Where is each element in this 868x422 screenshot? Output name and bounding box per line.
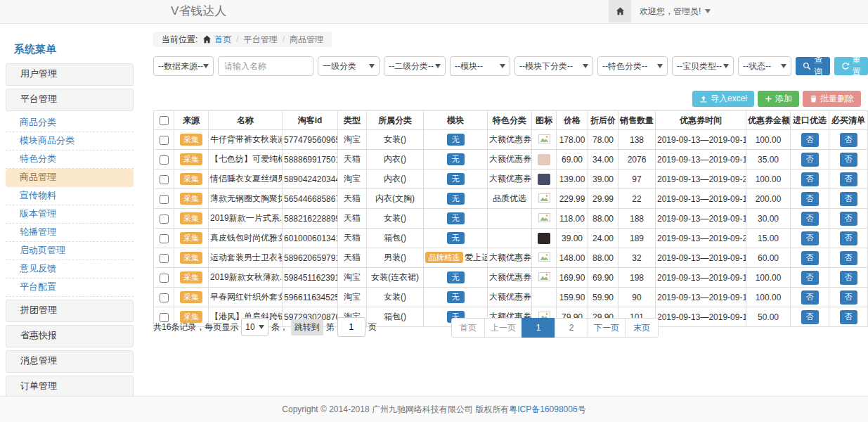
row-checkbox[interactable] xyxy=(160,293,169,302)
must-buy-button[interactable]: 否 xyxy=(840,133,857,147)
sidebar-group[interactable]: 省惠快报 xyxy=(6,325,134,347)
import-pick-button[interactable]: 否 xyxy=(801,310,819,324)
page-number-input[interactable] xyxy=(337,317,365,337)
row-checkbox[interactable] xyxy=(160,155,169,165)
sidebar-group[interactable]: 消息管理 xyxy=(6,350,134,373)
import-pick-button[interactable]: 否 xyxy=(801,231,819,245)
filter-select[interactable]: --数据来源-- xyxy=(153,56,214,76)
sidebar-item[interactable]: 特色分类 xyxy=(6,151,134,169)
product-thumbnail xyxy=(538,174,550,185)
select-all-checkbox[interactable] xyxy=(160,116,169,125)
filter-select[interactable]: --模块下分类-- xyxy=(514,56,593,76)
sidebar-group[interactable]: 拼团管理 xyxy=(6,300,134,322)
row-checkbox[interactable] xyxy=(160,175,169,184)
must-buy-button[interactable]: 否 xyxy=(840,172,857,186)
user-menu[interactable]: 欢迎您，管理员! xyxy=(631,0,719,23)
per-page-select[interactable]: 10 xyxy=(241,318,268,336)
filter-select[interactable]: --特色分类-- xyxy=(597,56,668,76)
import-pick-button[interactable]: 否 xyxy=(801,192,819,206)
column-header: 类型 xyxy=(338,111,367,130)
home-button[interactable] xyxy=(609,0,631,23)
sidebar-item[interactable]: 模块商品分类 xyxy=(6,132,134,151)
sidebar-group[interactable]: 用户管理 xyxy=(6,63,134,86)
must-buy-button[interactable]: 否 xyxy=(840,231,857,245)
import-pick-button[interactable]: 否 xyxy=(801,212,819,226)
must-buy-button[interactable]: 否 xyxy=(840,212,857,226)
sidebar-item[interactable]: 商品管理 xyxy=(6,169,134,187)
coupon-amount: 35.00 xyxy=(746,150,791,170)
sales-count: 138 xyxy=(618,130,656,150)
must-buy-button[interactable]: 否 xyxy=(840,271,857,285)
row-checkbox[interactable] xyxy=(160,274,169,283)
filter-select[interactable]: --状态-- xyxy=(738,56,791,76)
name-search-input[interactable] xyxy=(218,56,313,76)
row-checkbox[interactable] xyxy=(160,215,169,224)
row-checkbox[interactable] xyxy=(160,234,169,243)
sidebar-item[interactable]: 宣传物料 xyxy=(6,187,134,205)
must-buy-button[interactable]: 否 xyxy=(840,192,857,206)
page-button[interactable]: 1 xyxy=(522,318,555,338)
filter-bar: --数据来源--一级分类--二级分类----模块----模块下分类----特色分… xyxy=(153,56,868,76)
icp-link[interactable]: 粤ICP备16098006号 xyxy=(509,404,585,416)
row-checkbox[interactable] xyxy=(160,254,169,263)
import-pick-button[interactable]: 否 xyxy=(801,271,819,285)
sidebar-item[interactable]: 意见反馈 xyxy=(6,260,134,279)
import-excel-button[interactable]: 导入excel xyxy=(692,91,754,107)
batch-delete-button[interactable]: 批量删除 xyxy=(803,91,861,107)
reset-button[interactable]: 重置 xyxy=(834,57,868,75)
breadcrumb-item-platform[interactable]: 平台管理 xyxy=(244,34,278,46)
import-pick-button[interactable]: 否 xyxy=(801,153,819,167)
search-button[interactable]: 查询 xyxy=(796,57,830,75)
must-buy-button[interactable]: 否 xyxy=(840,251,857,265)
sidebar-item[interactable]: 版本管理 xyxy=(6,205,134,224)
page-button[interactable]: 末页 xyxy=(625,318,659,338)
row-checkbox[interactable] xyxy=(160,195,169,204)
caret-down-icon xyxy=(203,64,209,68)
caret-down-icon xyxy=(583,64,588,68)
filter-select-label: --特色分类-- xyxy=(602,60,647,72)
sidebar-item[interactable]: 启动页管理 xyxy=(6,242,134,260)
coupon-time: 2019-09-13—2019-09-15 xyxy=(656,248,746,268)
feature-category xyxy=(488,209,532,229)
page-button[interactable]: 2 xyxy=(555,318,588,338)
page-button[interactable]: 上一页 xyxy=(484,318,522,338)
broken-image-icon xyxy=(538,252,550,262)
must-buy-button[interactable]: 否 xyxy=(840,290,857,305)
import-pick-button[interactable]: 否 xyxy=(801,290,819,305)
price: 139.00 xyxy=(557,170,588,189)
must-buy-button[interactable]: 否 xyxy=(840,153,857,167)
add-button[interactable]: 添加 xyxy=(758,91,799,107)
import-pick-button[interactable]: 否 xyxy=(801,251,819,265)
import-pick-button[interactable]: 否 xyxy=(801,172,819,186)
jump-button[interactable]: 跳转到 xyxy=(291,319,323,335)
checkbox-cell xyxy=(154,150,174,170)
home-icon xyxy=(202,35,212,44)
product-name: 牛仔背带裤女秋装减龄... xyxy=(209,130,283,150)
products-table-wrap: 来源名称淘客id类型所属分类模块特色分类图标价格折后价销售数量优惠券时间优惠券金… xyxy=(153,110,861,327)
breadcrumb-home-link[interactable]: 首页 xyxy=(202,34,231,46)
page-button[interactable]: 下一页 xyxy=(588,318,626,338)
sidebar-group[interactable]: 订单管理 xyxy=(6,376,134,398)
product-name: 早春网红针织外套女春... xyxy=(209,288,283,307)
breadcrumb-item-products[interactable]: 商品管理 xyxy=(290,34,323,46)
must-buy-cell: 否 xyxy=(829,288,868,307)
product-category: 女装(连衣裙) xyxy=(367,268,424,288)
icon-cell xyxy=(532,229,557,248)
checkbox-cell xyxy=(154,288,174,307)
page-button[interactable]: 首页 xyxy=(451,318,485,338)
filter-select[interactable]: 一级分类 xyxy=(318,56,380,76)
filter-select[interactable]: --二级分类-- xyxy=(384,56,446,76)
pagination-info: 共16条记录，每页显示 10 条， 跳转到 第 页 xyxy=(153,318,377,336)
filter-select[interactable]: --宝贝类型-- xyxy=(672,56,734,76)
product-category: 女装() xyxy=(367,288,424,307)
records-summary: 共16条记录，每页显示 xyxy=(153,321,238,333)
table-row: 采集牛仔背带裤女秋装减龄...577479560965淘宝女装()无大额优惠券1… xyxy=(154,130,868,150)
sidebar-item[interactable]: 轮播管理 xyxy=(6,224,134,242)
import-pick-button[interactable]: 否 xyxy=(801,133,819,147)
sidebar-item[interactable]: 商品分类 xyxy=(6,114,134,132)
sidebar-item[interactable]: 平台配置 xyxy=(6,279,134,297)
row-checkbox[interactable] xyxy=(160,136,169,145)
sidebar-group[interactable]: 平台管理 xyxy=(6,89,134,111)
filter-select[interactable]: --模块-- xyxy=(450,56,510,76)
must-buy-button[interactable]: 否 xyxy=(840,310,857,324)
